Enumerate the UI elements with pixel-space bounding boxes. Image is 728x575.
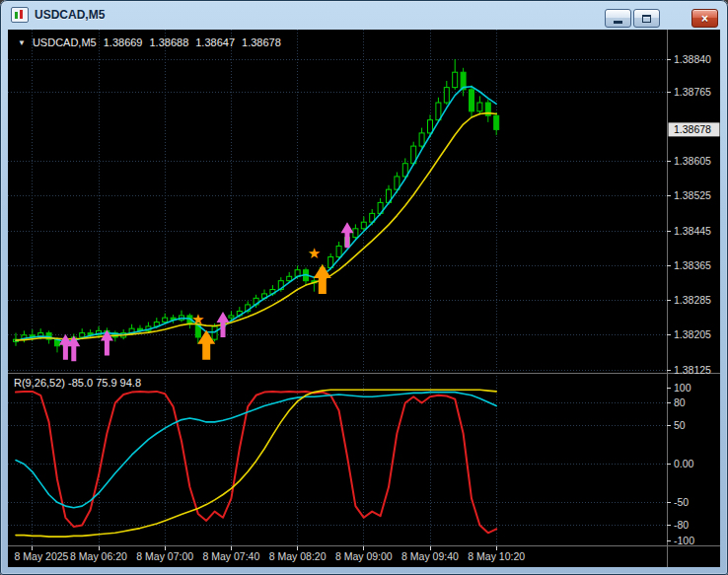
svg-text:1.38125: 1.38125	[674, 364, 711, 376]
svg-text:0.00: 0.00	[674, 458, 694, 469]
chart-canvas[interactable]: ★★1.388401.387651.386051.385251.384451.3…	[8, 30, 720, 567]
ohlc-low: 1.38647	[195, 36, 235, 48]
ohlc-open: 1.38669	[104, 36, 143, 48]
ohlc-close: 1.38678	[242, 36, 281, 48]
svg-text:1.38678: 1.38678	[674, 123, 711, 135]
svg-text:1.38365: 1.38365	[674, 259, 711, 271]
svg-text:8 May 08:20: 8 May 08:20	[269, 550, 327, 562]
svg-text:-50: -50	[674, 496, 689, 508]
minimize-icon	[614, 21, 622, 24]
indicator-label: R(9,26,52) -85.0 75.9 94.8	[14, 377, 141, 389]
svg-text:8 May 09:00: 8 May 09:00	[335, 550, 393, 562]
svg-text:8 May 07:40: 8 May 07:40	[203, 550, 260, 562]
chevron-down-icon[interactable]: ▼	[18, 38, 26, 47]
ohlc-line: ▼ USDCAD,M5 1.38669 1.38688 1.38647 1.38…	[18, 36, 281, 48]
svg-text:8 May 09:40: 8 May 09:40	[401, 550, 459, 562]
caption-buttons: ×	[603, 9, 718, 28]
svg-text:8 May 06:20: 8 May 06:20	[70, 550, 127, 562]
mt4-chart-window: USDCAD,M5 × ★★1.388401.387651.386051.385…	[0, 0, 728, 575]
chart-window-icon	[11, 7, 29, 23]
close-button[interactable]: ×	[692, 9, 718, 28]
svg-text:100: 100	[674, 382, 692, 394]
svg-text:1.38765: 1.38765	[674, 86, 711, 98]
chart-client-area: ★★1.388401.387651.386051.385251.384451.3…	[8, 30, 720, 567]
svg-text:1.38445: 1.38445	[674, 225, 711, 237]
svg-text:8 May 10:20: 8 May 10:20	[468, 550, 525, 562]
ohlc-symbol: USDCAD,M5	[33, 36, 97, 48]
window-titlebar[interactable]: USDCAD,M5 ×	[0, 0, 728, 30]
svg-text:1.38285: 1.38285	[674, 294, 711, 306]
svg-text:1.38525: 1.38525	[674, 189, 711, 201]
svg-text:8 May 2025: 8 May 2025	[15, 550, 69, 562]
minimize-button[interactable]	[605, 9, 631, 28]
svg-text:★: ★	[308, 245, 321, 262]
svg-text:80: 80	[674, 396, 686, 408]
maximize-icon	[642, 15, 651, 23]
svg-text:1.38205: 1.38205	[674, 328, 711, 340]
svg-text:8 May 07:00: 8 May 07:00	[136, 550, 193, 562]
maximize-button[interactable]	[633, 9, 660, 28]
svg-text:50: 50	[674, 419, 686, 431]
svg-text:-100: -100	[674, 535, 694, 546]
svg-text:★: ★	[191, 311, 204, 328]
svg-text:1.38840: 1.38840	[674, 53, 711, 65]
svg-text:-80: -80	[674, 519, 689, 531]
svg-text:1.38605: 1.38605	[674, 155, 711, 167]
window-title: USDCAD,M5	[35, 8, 105, 22]
ohlc-high: 1.38688	[149, 36, 188, 48]
